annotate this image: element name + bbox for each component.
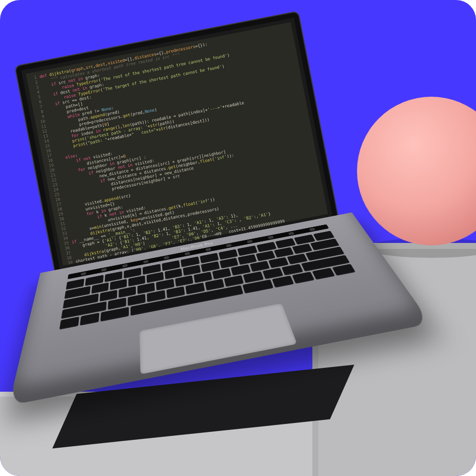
laptop: 1def dijkstra(graph,src,dest,visited=[],… — [0, 0, 412, 457]
illustration-canvas: 1def dijkstra(graph,src,dest,visited=[],… — [0, 0, 476, 476]
